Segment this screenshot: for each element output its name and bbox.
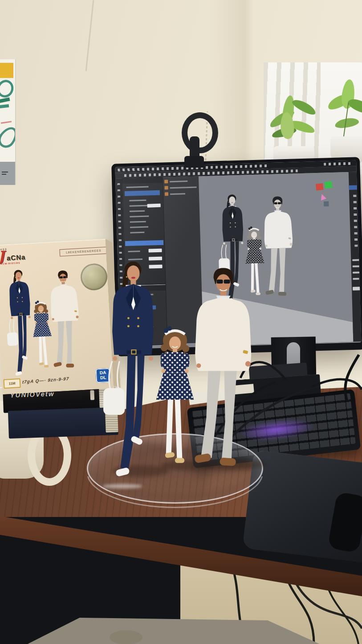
poster-yellow-block <box>0 63 13 78</box>
poster-gray-band <box>0 162 15 185</box>
dock-row <box>353 278 359 279</box>
figure-box-front: 8488 J aCNa PRCW-RISTIRS L8EKENEBENEREES… <box>0 239 114 395</box>
layer-item <box>165 185 198 190</box>
menu-right-items <box>324 162 353 166</box>
wall-poster <box>0 59 16 185</box>
dock-row <box>352 259 361 261</box>
layer-item <box>164 179 197 184</box>
panel-row <box>130 221 146 223</box>
box-badge: 11M <box>4 378 21 389</box>
dock-row <box>353 271 361 274</box>
box-logo-word: aCNa <box>7 253 26 262</box>
potted-plant-left <box>265 87 323 166</box>
panel-row <box>130 232 144 234</box>
poster-green-stroke <box>0 97 10 103</box>
box-logo-letter: J <box>0 248 5 264</box>
leaf <box>291 97 318 117</box>
monitor-hook-base <box>184 156 204 168</box>
panel-row <box>126 186 149 188</box>
layer-label <box>170 193 185 195</box>
family-figurines <box>100 255 252 488</box>
dock-icons <box>353 193 358 247</box>
dock-row <box>353 265 360 267</box>
poster-teal-leaf <box>0 123 16 151</box>
red-swatch <box>316 183 323 190</box>
green-swatch <box>325 181 332 189</box>
panel-row <box>130 216 149 217</box>
poster-caption-dash <box>2 172 8 172</box>
poster-pink-line <box>1 121 12 123</box>
layer-thumbnail <box>164 180 168 183</box>
floor-object <box>110 630 142 644</box>
highlight-bar <box>125 240 164 246</box>
panel-row <box>128 250 140 252</box>
layer-item <box>165 191 198 196</box>
desk-scene: YUNIOVetw 8488 J aCNa PRCW-RISTIRS L8EKE… <box>0 0 362 644</box>
wall-corner-line <box>85 0 94 71</box>
poster-caption-dash <box>2 174 6 175</box>
panel-row <box>130 226 148 228</box>
box-logo-top-text: 8488 <box>0 245 58 251</box>
box-art-family <box>2 264 83 382</box>
leaf <box>334 116 360 129</box>
selected-row <box>125 190 160 196</box>
potted-plant-right <box>326 76 362 168</box>
layer-thumbnail <box>165 192 168 196</box>
gizmo-icon <box>319 194 327 202</box>
panel-row <box>130 210 145 212</box>
poster-teal-swirl <box>0 78 16 100</box>
gizmo-icon <box>321 199 331 209</box>
layer-thumbnail <box>165 186 168 189</box>
value-field <box>147 204 161 208</box>
value-field <box>148 249 162 253</box>
poster-green-stroke <box>0 104 9 108</box>
selected-row <box>349 185 361 190</box>
panel-row <box>129 200 146 201</box>
dock-row <box>353 287 361 291</box>
layer-label <box>170 180 187 182</box>
layer-label <box>170 187 197 189</box>
monitor-hook <box>182 112 218 153</box>
panel-header <box>122 178 163 184</box>
